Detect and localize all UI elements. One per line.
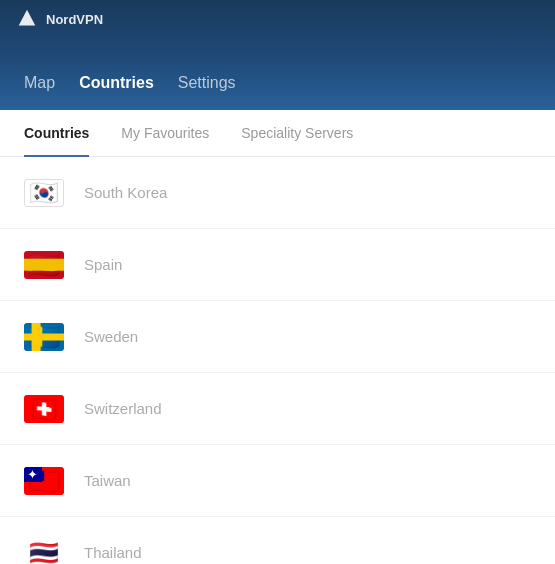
country-list: 🇰🇷 South Korea 🇪🇸 Spain 🇸🇪 Sweden 🇨🇭 Swi… <box>0 157 555 564</box>
flag-south-korea: 🇰🇷 <box>24 179 64 207</box>
country-item-es[interactable]: 🇪🇸 Spain <box>0 229 555 301</box>
app-title-bar: NordVPN <box>16 8 103 30</box>
tab-bar: Countries My Favourites Speciality Serve… <box>0 110 555 157</box>
nav-map[interactable]: Map <box>24 74 55 92</box>
country-name-se: Sweden <box>84 328 138 345</box>
app-name: NordVPN <box>46 12 103 27</box>
nav-settings[interactable]: Settings <box>178 74 236 92</box>
header-nav: Map Countries Settings <box>24 74 531 92</box>
flag-taiwan: 🇹🇼 <box>24 467 64 495</box>
flag-switzerland: 🇨🇭 <box>24 395 64 423</box>
flag-spain: 🇪🇸 <box>24 251 64 279</box>
country-item-kr[interactable]: 🇰🇷 South Korea <box>0 157 555 229</box>
tab-countries[interactable]: Countries <box>24 111 89 157</box>
country-item-se[interactable]: 🇸🇪 Sweden <box>0 301 555 373</box>
country-name-kr: South Korea <box>84 184 167 201</box>
country-item-tw[interactable]: 🇹🇼 Taiwan <box>0 445 555 517</box>
country-name-th: Thailand <box>84 544 142 561</box>
country-name-tw: Taiwan <box>84 472 131 489</box>
nav-countries[interactable]: Countries <box>79 74 154 92</box>
flag-sweden: 🇸🇪 <box>24 323 64 351</box>
tab-speciality[interactable]: Speciality Servers <box>241 111 353 157</box>
country-item-th[interactable]: 🇹🇭 Thailand <box>0 517 555 564</box>
country-name-ch: Switzerland <box>84 400 162 417</box>
app-header: NordVPN Map Countries Settings <box>0 0 555 110</box>
nordvpn-logo <box>16 8 38 30</box>
country-name-es: Spain <box>84 256 122 273</box>
flag-thailand: 🇹🇭 <box>24 539 64 565</box>
country-item-ch[interactable]: 🇨🇭 Switzerland <box>0 373 555 445</box>
tab-favourites[interactable]: My Favourites <box>121 111 209 157</box>
